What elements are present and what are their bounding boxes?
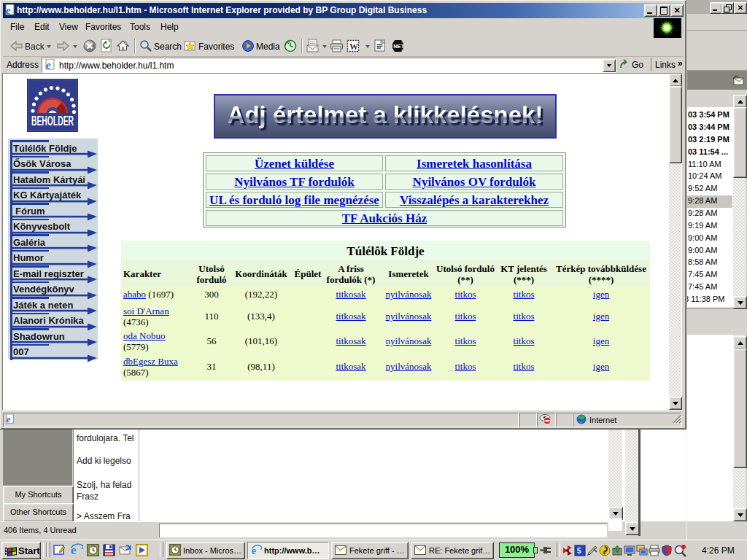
svg-text:e: e (7, 414, 11, 424)
svg-text:5: 5 (577, 547, 581, 555)
svg-text:e: e (46, 59, 51, 71)
svg-text:BEHOLDER: BEHOLDER (31, 114, 74, 129)
svg-text:NET: NET (393, 43, 404, 50)
svg-text:e: e (6, 4, 11, 16)
svg-text:W: W (349, 42, 358, 52)
